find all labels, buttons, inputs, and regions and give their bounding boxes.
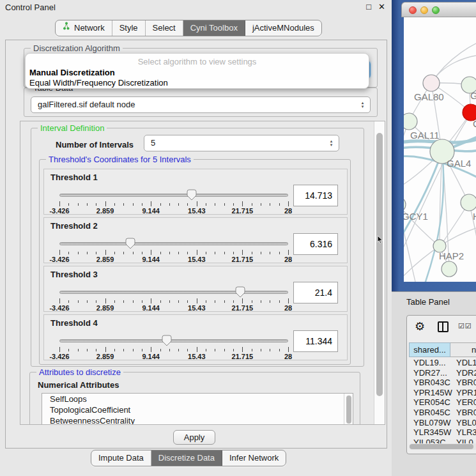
dropdown-item-equal-width[interactable]: Equal Width/Frequency Discretization	[29, 78, 168, 88]
table-row[interactable]: YPR145WYPR1	[409, 388, 476, 398]
network-graph: GAL80 GA GAL11 C GAL4 GCY1 H HAP2	[404, 17, 476, 282]
tick-mark	[197, 201, 197, 206]
cyni-toolbox-panel: Discretization Algorithm ▴▾ Select algor…	[5, 40, 387, 449]
tick-mark	[178, 252, 179, 254]
tab-impute-data[interactable]: Impute Data	[91, 450, 151, 466]
tick-mark	[261, 349, 261, 351]
slider-scale: -3.4262.8599.14415.4321.71528	[59, 207, 288, 215]
zoom-traffic-light-icon[interactable]	[432, 6, 440, 14]
attribute-item[interactable]: BetweennessCentrality	[42, 415, 353, 425]
cell-shared-name: YBR045C	[409, 408, 451, 417]
float-window-icon[interactable]: □	[366, 2, 371, 12]
tick-mark	[252, 300, 252, 303]
tab-cyni-toolbox[interactable]: Cyni Toolbox	[183, 20, 245, 36]
slider-thumb[interactable]	[235, 286, 245, 298]
apply-button[interactable]: Apply	[173, 430, 215, 445]
threshold-slider[interactable]	[59, 287, 288, 298]
interval-group-title: Interval Definition	[38, 123, 107, 133]
thresholds-group: Threshold's Coordinates for 5 Intervals …	[39, 159, 351, 365]
slider-track	[59, 339, 288, 342]
threshold-value-field[interactable]	[293, 233, 338, 255]
tick-mark	[105, 201, 106, 206]
tab-infer-network[interactable]: Infer Network	[222, 450, 286, 466]
table-header-row: shared... na...	[409, 342, 476, 357]
table-row[interactable]: YLR345WYLR3	[409, 427, 476, 438]
tick-label: 28	[284, 353, 292, 360]
screen: { "window": { "title": "Control Panel" }…	[0, 0, 476, 476]
table-row[interactable]: YBR045CYBR0	[409, 408, 476, 418]
scrollbar-thumb[interactable]	[376, 133, 383, 396]
tab-network[interactable]: Network	[56, 20, 112, 36]
tick-mark	[133, 203, 134, 206]
tick-mark	[87, 252, 88, 254]
table-data-combobox[interactable]: galFiltered.sif default node ▴▾	[31, 96, 371, 113]
table-row[interactable]: YER054CYER0	[409, 397, 476, 408]
tick-mark	[233, 252, 234, 254]
cell-shared-name: YER054C	[409, 397, 451, 407]
threshold-label: Threshold 3	[50, 270, 98, 279]
threshold-slider[interactable]	[59, 190, 288, 201]
node-gal80[interactable]	[423, 75, 440, 91]
column-header-name[interactable]: na...	[450, 342, 476, 357]
top-tab-bar: Network Style Select Cyni Toolbox jActiv…	[55, 20, 322, 36]
threshold-label: Threshold 4	[50, 318, 98, 328]
table-row[interactable]: YBL079WYBL0	[409, 418, 476, 428]
threshold-value-field[interactable]	[293, 282, 338, 303]
table-row[interactable]: YDR27...YDR2	[409, 368, 476, 378]
columns-icon[interactable]	[438, 321, 449, 332]
tick-mark	[270, 203, 270, 206]
slider-thumb[interactable]	[125, 238, 135, 249]
cell-shared-name: YPR145W	[409, 388, 451, 397]
scrollbar-thumb[interactable]	[346, 395, 351, 424]
tab-label: Infer Network	[229, 450, 279, 466]
attribute-item[interactable]: TopologicalCoefficient	[42, 404, 353, 415]
network-canvas[interactable]: GAL80 GA GAL11 C GAL4 GCY1 H HAP2	[404, 17, 476, 282]
tick-mark	[133, 300, 134, 303]
tab-discretize-data[interactable]: Discretize Data	[151, 450, 222, 466]
settings-scrollbar[interactable]	[374, 121, 385, 424]
node[interactable]	[461, 194, 476, 211]
column-header-shared-name[interactable]: shared...	[409, 342, 450, 357]
tick-mark	[224, 349, 225, 351]
tick-mark	[270, 300, 270, 303]
slider-thumb[interactable]	[187, 189, 197, 201]
close-icon[interactable]: ✕	[378, 2, 385, 12]
attribute-item[interactable]: SelfLoops	[42, 394, 353, 404]
dropdown-item-manual[interactable]: Manual Discretization	[29, 68, 115, 77]
table-row[interactable]: YBR043CYBR0	[409, 378, 476, 388]
table-hscrollbar[interactable]	[409, 443, 476, 450]
tick-mark	[87, 203, 88, 206]
tab-style[interactable]: Style	[112, 20, 146, 36]
node-label: GAL80	[414, 91, 444, 102]
attributes-list-scrollbar[interactable]	[344, 394, 353, 425]
cell-name: YBL0	[451, 418, 476, 427]
num-intervals-value: 5	[151, 138, 155, 148]
tick-mark	[133, 252, 134, 254]
threshold-slider[interactable]	[59, 238, 288, 250]
minimize-traffic-light-icon[interactable]	[420, 6, 428, 14]
tick-mark	[279, 252, 280, 254]
tick-mark	[224, 300, 225, 303]
tick-label: 9.144	[142, 207, 160, 215]
num-intervals-combobox[interactable]: 5 ▴▾	[144, 135, 339, 151]
node-gal11[interactable]	[404, 113, 417, 130]
threshold-slider[interactable]	[59, 335, 288, 347]
tab-jactivemnodules[interactable]: jActiveMNodules	[245, 20, 321, 36]
tick-mark	[59, 347, 60, 352]
node-gcy1[interactable]	[404, 197, 406, 212]
threshold-value-field[interactable]	[293, 185, 338, 206]
select-columns-checkboxes-icon[interactable]: ☑☑	[458, 322, 472, 330]
tick-mark	[252, 203, 252, 206]
tick-mark	[105, 347, 106, 352]
table-row[interactable]: YDL19...YDL1	[409, 358, 476, 368]
scrollbar-thumb[interactable]	[410, 444, 473, 449]
table-panel-region: Table Panel ⚙ ☑☑ shared... na... YDL19..…	[392, 291, 476, 476]
close-traffic-light-icon[interactable]	[409, 6, 417, 14]
tick-mark	[178, 203, 179, 206]
tab-select[interactable]: Select	[146, 20, 183, 36]
attributes-list[interactable]: SelfLoopsTopologicalCoefficientBetweenne…	[42, 393, 353, 425]
node[interactable]	[441, 261, 457, 277]
threshold-value-field[interactable]	[293, 330, 338, 352]
gear-icon[interactable]: ⚙	[415, 319, 425, 333]
slider-thumb[interactable]	[162, 335, 172, 346]
